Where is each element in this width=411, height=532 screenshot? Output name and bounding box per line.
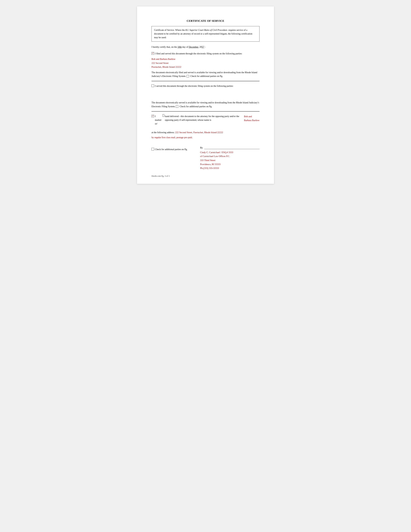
section2-parties-space bbox=[151, 89, 260, 101]
section2-checkbox[interactable] bbox=[151, 85, 154, 87]
info-text-prefix: Certificate of Service. Where the bbox=[154, 29, 186, 31]
section-1: I filed and served this document through… bbox=[151, 52, 260, 78]
certify-year: 57 bbox=[202, 46, 204, 48]
section3-address: 222 Second Street, Pawtucket, Rhode Isla… bbox=[175, 131, 223, 134]
info-box: Certificate of Service. Where the R.I. S… bbox=[151, 26, 260, 42]
section3-address-prefix-line: at the following address: 222 Second Str… bbox=[151, 130, 260, 134]
attorney-block: Cindy C. Carmichael / ESQ.# 3333 of Carm… bbox=[200, 150, 260, 170]
section1-party-line3: Pawtucket, Rhode Island 22222 bbox=[151, 65, 260, 69]
certify-prefix: I hereby certify that, on the bbox=[151, 46, 177, 48]
section-3: I mailed or/ hand delivered - this docum… bbox=[151, 114, 260, 139]
section1-party-line2: 222 Second Street bbox=[151, 61, 260, 65]
section2-check-additional: Check for additional parties on Pg. bbox=[179, 105, 212, 108]
section1-checkbox-line: I filed and served this document through… bbox=[151, 52, 260, 56]
section2-label: I served this document through the elect… bbox=[155, 84, 234, 88]
section1-label: I filed and served this document through… bbox=[155, 52, 242, 56]
section3-mailed-label: I mailed or/ bbox=[155, 114, 162, 126]
check-additional-checkbox[interactable] bbox=[151, 148, 154, 150]
attorney-line3: 333 Third Street bbox=[200, 158, 260, 162]
signature-line bbox=[204, 146, 260, 149]
section3-hand-label: hand delivered - this document to the at… bbox=[165, 114, 243, 122]
certify-suffix: , 20 bbox=[198, 46, 202, 48]
check-additional-label: Check for additional parties on Pg. bbox=[155, 148, 187, 151]
attorney-line1: Cindy C. Carmichael / ESQ.# 3333 bbox=[200, 150, 260, 154]
section3-party-name: Bob and Barbara Bartlow bbox=[244, 114, 260, 122]
footer: Deeds.com Pg. 3 of 3 bbox=[151, 175, 169, 177]
certify-colon: : bbox=[204, 46, 205, 48]
section1-additional-checkbox[interactable] bbox=[187, 75, 189, 77]
attorney-line2: of Carmichael Law Offices P.C. bbox=[200, 154, 260, 158]
sig-right: By Cindy C. Carmichael / ESQ.# 3333 of C… bbox=[200, 146, 260, 170]
attorney-line4: Providence, RI 33333 bbox=[200, 162, 260, 166]
section3-checkbox-line: I mailed or/ hand delivered - this docum… bbox=[151, 114, 260, 126]
info-italic: R.I. Superior Court Rules of Civil Proce… bbox=[186, 29, 227, 31]
section1-checkbox[interactable] bbox=[151, 52, 154, 55]
section1-party-line1: Bob and Barbara Bartlow bbox=[151, 57, 260, 61]
section3-address-prefix: at the following address: bbox=[151, 131, 175, 134]
section3-spacer bbox=[151, 127, 260, 130]
section-2: I served this document through the elect… bbox=[151, 84, 260, 108]
sig-left: Check for additional parties on Pg. bbox=[151, 146, 200, 153]
signature-area: Check for additional parties on Pg. By C… bbox=[151, 146, 260, 170]
page-title: CERTIFICATE OF SERVICE bbox=[151, 19, 260, 23]
check-additional-line: Check for additional parties on Pg. bbox=[151, 148, 200, 151]
section1-parties: Bob and Barbara Bartlow 222 Second Stree… bbox=[151, 57, 260, 69]
certify-line: I hereby certify that, on the 18th day o… bbox=[151, 45, 260, 49]
by-line: By bbox=[200, 146, 260, 149]
by-label: By bbox=[200, 146, 203, 149]
section1-check-additional: Check for additional parties on Pg. bbox=[190, 75, 223, 77]
section1-doc-available: The document electronically filed and se… bbox=[151, 71, 260, 78]
section2-checkbox-line: I served this document through the elect… bbox=[151, 84, 260, 88]
certify-month: December bbox=[189, 46, 198, 48]
section3-mailed-checkbox[interactable] bbox=[151, 115, 154, 117]
section2-doc-available: The document electronically served is av… bbox=[151, 101, 260, 108]
section3-address-line2: by regular first class mail, postage pre… bbox=[151, 135, 260, 139]
section3-hand-checkbox[interactable] bbox=[162, 114, 164, 117]
divider-1 bbox=[151, 81, 260, 81]
divider-2 bbox=[151, 111, 260, 112]
certify-day: 18th bbox=[177, 46, 182, 48]
section2-additional-checkbox[interactable] bbox=[176, 105, 178, 108]
page: CERTIFICATE OF SERVICE Certificate of Se… bbox=[137, 6, 274, 184]
certify-middle: day of bbox=[182, 46, 189, 48]
attorney-line5: Ph:(333) 333-33333 bbox=[200, 166, 260, 170]
